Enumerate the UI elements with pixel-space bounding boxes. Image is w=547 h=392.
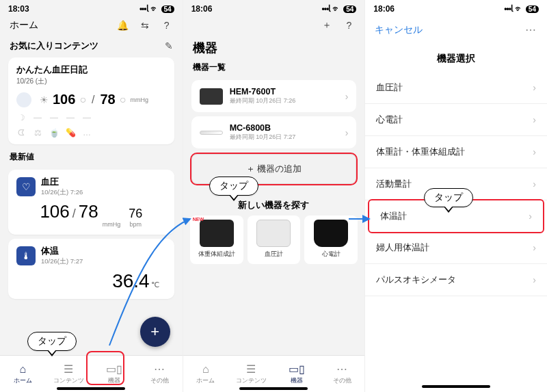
diary-sys: 106 [53,92,75,107]
chevron-right-icon: › [533,114,536,125]
device-name: HEM-7600T [230,87,296,96]
diary-card[interactable]: かんたん血圧日記 10/26 (土) ☀ 106 ○ / 78 ○ mmHg ☽… [8,57,174,144]
diary-unit: mmHg [130,96,148,103]
callout-tap-3: タップ [424,188,473,207]
signal-icon [504,4,512,14]
bp-card-date: 10/26(土) 7:26 [41,188,83,197]
product-image-scale [200,220,234,247]
tab-home[interactable]: ⌂ホーム [183,356,228,392]
devices-screen: 18:06 ᯤ 54 ＋ ? 機器 機器一覧 HEM-7600T 最終同期 10… [183,0,365,392]
chevron-right-icon: › [533,274,536,285]
diary-dia: 78 [101,92,116,107]
select-row-pulseox[interactable]: パルスオキシメータ› [365,264,547,296]
new-badge: NEW [193,217,204,222]
bell-icon[interactable]: 🔔 [117,19,129,31]
chevron-right-icon: › [533,82,536,93]
sun-icon: ☀ [40,94,49,105]
select-row-scale[interactable]: 体重計・体重体組成計› [365,136,547,168]
latest-title: 最新値 [0,148,183,166]
edit-icon[interactable]: ✎ [165,40,173,51]
product-image-bp [256,220,291,247]
wifi-icon: ᯤ [515,4,523,14]
clock: 18:06 [191,4,213,14]
tab-bar: ⌂ホーム ☰コンテンツ ▭▯機器 ⋯その他 [0,355,183,392]
select-title: 機器選択 [365,40,547,72]
chevron-right-icon: › [529,211,532,222]
chevron-right-icon: › [533,179,536,190]
diary-activity-icons: ᗧ ⚖ 🍵 💊 … [16,128,166,138]
thermo-icon: 🌡 [16,246,36,265]
diary-bullet: ○ [79,94,86,106]
device-row[interactable]: HEM-7600T 最終同期 10月26日 7:26 › [191,80,357,112]
select-row-ecg[interactable]: 心電計› [365,104,547,136]
signal-icon [322,4,330,14]
diary-bullet2: ○ [120,94,126,106]
device-thumb-thermo [200,131,223,135]
diary-mini-icons: ☽ ———— [16,113,166,122]
callout-tap-1: タップ [27,332,77,351]
status-bar: 18:06 ᯤ 54 [365,0,547,15]
bp-unit: mmHg [103,221,121,228]
tab-home[interactable]: ⌂ホーム [0,356,46,392]
device-thumb-bp [200,88,223,105]
tab-other[interactable]: ⋯その他 [137,356,183,392]
device-sync: 最終同期 10月26日 7:26 [230,96,296,105]
diary-date: 10/26 (土) [16,77,166,86]
callout-tap-2: タップ [209,177,258,196]
explore-title: 新しい機器を探す [183,190,365,215]
product-image-ecg [314,220,348,247]
home-indicator [239,387,308,390]
help-icon[interactable]: ? [161,19,173,31]
pulse-val: 76 [129,207,142,221]
bp-card[interactable]: ♡ 血圧 10/26(土) 7:26 106 / 78 mmHg 76 bpm [8,170,174,235]
avatar-placeholder [16,92,31,107]
chevron-right-icon: › [533,242,536,253]
device-row[interactable]: MC-6800B 最終同期 10月26日 7:27 › [191,116,357,148]
diary-title: かんたん血圧日記 [16,64,166,76]
select-row-bp[interactable]: 血圧計› [365,72,547,104]
wifi-icon: ᯤ [332,4,341,14]
clock: 18:06 [373,4,395,14]
temp-unit: ℃ [151,280,159,289]
temp-card[interactable]: 🌡 体温 10/26(土) 7:27 36.4 ℃ [8,239,174,299]
fab-add-button[interactable]: + [140,317,170,347]
tab-other[interactable]: ⋯その他 [319,356,364,392]
sync-icon[interactable]: ⇆ [139,19,151,31]
battery-icon: 54 [161,5,174,13]
wifi-icon: ᯤ [150,4,159,14]
device-sync: 最終同期 10月26日 7:27 [230,133,296,142]
explore-card-bp[interactable]: 血圧計 [248,215,301,264]
status-bar: 18:06 ᯤ 54 [183,0,365,15]
weight-icon: ⚖ [33,128,42,138]
stack-icon: ☰ [246,363,256,376]
home-icon: ⌂ [202,363,209,376]
stack-icon: ☰ [64,363,73,376]
plus-icon[interactable]: ＋ [321,19,333,31]
battery-icon: 54 [526,5,539,13]
moon-icon: ☽ [16,113,26,122]
select-row-women-thermo[interactable]: 婦人用体温計› [365,232,547,264]
temp-card-title: 体温 [41,246,83,257]
page-title: ホーム [10,19,38,31]
bp-dia: 78 [79,201,98,222]
help-icon[interactable]: ? [343,19,355,31]
explore-card-ecg[interactable]: 心電計 [304,215,358,264]
explore-card-scale[interactable]: NEW 体重体組成計 [190,215,243,264]
chevron-right-icon: › [345,127,349,138]
plus-icon: ＋ [246,164,258,174]
pulse-unit: bpm [129,221,142,228]
home-icon: ⌂ [20,363,27,376]
slash: / [90,94,96,106]
cup-icon: 🍵 [49,128,59,138]
bp-sys: 106 [40,201,69,222]
run-icon: ᗧ [16,128,26,138]
device-name: MC-6800B [230,123,296,133]
chevron-right-icon: › [533,146,536,157]
chevron-right-icon: › [345,91,349,102]
note-icon: … [82,128,92,138]
more-icon: ⋯ [154,363,165,376]
more-icon[interactable]: ⋯ [525,23,537,36]
tab-bar: ⌂ホーム ☰コンテンツ ▭▯機器 ⋯その他 [183,355,365,392]
cancel-button[interactable]: キャンセル [375,24,423,36]
home-screen: 18:03 ᯤ 54 ホーム 🔔 ⇆ ? お気に入りコンテンツ ✎ かんたん血圧… [0,0,183,392]
